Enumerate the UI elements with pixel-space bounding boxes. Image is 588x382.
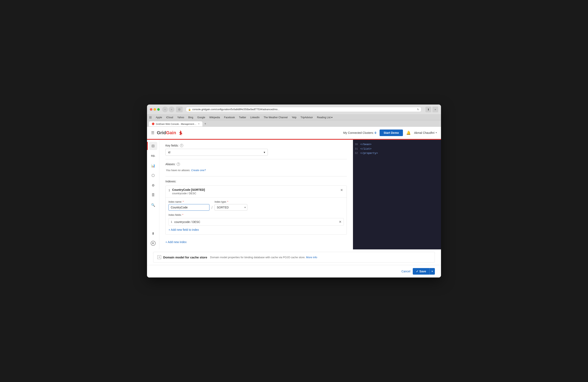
- sql-icon: SQL: [151, 155, 155, 157]
- aliases-section: Aliases: ? You have no aliases. Create o…: [166, 162, 347, 173]
- url-text: console.gridgain.com/configuration/5c6a8…: [192, 108, 416, 111]
- user-menu[interactable]: Akmal Chaudhri ▾: [414, 131, 437, 135]
- key-fields-help-icon[interactable]: ?: [180, 144, 183, 147]
- address-bar[interactable]: 🔒 console.gridgain.com/configuration/5c6…: [186, 107, 421, 112]
- bookmark-yelp[interactable]: Yelp: [292, 116, 296, 119]
- sidebar-item-settings[interactable]: ⚙: [149, 181, 157, 189]
- aliases-label: Aliases:: [166, 162, 175, 166]
- divider-1: [166, 159, 347, 159]
- download-icon: ⬇: [152, 232, 154, 235]
- index-info: CountryCode [SORTED] countrycode / DESC: [172, 188, 339, 195]
- back-button[interactable]: ‹: [162, 107, 168, 112]
- monitor-icon: 📊: [151, 164, 155, 168]
- notification-button[interactable]: 🔔: [406, 131, 411, 135]
- save-button[interactable]: ✓ Save: [413, 268, 429, 275]
- refresh-button[interactable]: ↻: [417, 108, 419, 111]
- user-name: Akmal Chaudhri: [414, 131, 434, 135]
- forward-button[interactable]: ›: [169, 107, 174, 112]
- aliases-help-icon[interactable]: ?: [177, 162, 180, 166]
- cancel-button[interactable]: Cancel: [401, 270, 411, 273]
- license-icon: R: [151, 241, 156, 246]
- create-alias-link[interactable]: Create one?: [191, 169, 206, 172]
- chevron-down-icon: ▾: [436, 131, 437, 134]
- browser-tab[interactable]: 🔴 GridGain Web Console - Management tool…: [149, 121, 203, 126]
- close-button[interactable]: [150, 108, 152, 111]
- key-fields-select[interactable]: id ▾: [166, 149, 268, 156]
- reader-view-button[interactable]: ⊡: [176, 107, 183, 112]
- domain-model-header: + Domain model for cache store Domain mo…: [157, 255, 431, 259]
- app-header: ☰ GridGain My Connected Clusters: 0 Star…: [147, 127, 441, 139]
- indexes-section: Indexes: 1 CountryCode [SORTED] countryc…: [166, 180, 347, 245]
- field-remove-button[interactable]: ✕: [339, 220, 341, 224]
- sidebar-item-download[interactable]: ⬇: [149, 229, 157, 238]
- settings-icon: ⚙: [152, 183, 155, 187]
- traffic-lights: [150, 108, 160, 111]
- share-button[interactable]: ⬆: [425, 107, 431, 112]
- cluster-count: 0: [375, 131, 376, 135]
- logo: GridGain: [157, 130, 184, 136]
- bookmark-yahoo[interactable]: Yahoo: [177, 116, 184, 119]
- index-type-select[interactable]: SORTED FULLTEXT GEOSPATIAL: [214, 204, 247, 211]
- new-tab-button[interactable]: +: [203, 121, 208, 126]
- apps-icon[interactable]: ⊞: [147, 114, 154, 120]
- header-right: My Connected Clusters: 0 Start Demo 🔔 Ak…: [343, 130, 437, 136]
- bookmark-twitter[interactable]: Twitter: [239, 116, 246, 119]
- index-name-badge: CountryCode [SORTED]: [172, 188, 339, 191]
- bookmark-apple[interactable]: Apple: [156, 116, 162, 119]
- domain-description: Domain model properties for binding data…: [210, 256, 317, 259]
- field-item: 1 countrycode / DESC ✕: [168, 218, 344, 226]
- expand-icon[interactable]: +: [157, 255, 161, 259]
- hamburger-menu[interactable]: ☰: [151, 131, 154, 135]
- start-demo-button[interactable]: Start Demo: [379, 130, 403, 136]
- bookmark-facebook[interactable]: Facebook: [224, 116, 235, 119]
- code-panel: 30 </bean> 31 </list> 32 </property>: [353, 140, 441, 249]
- new-tab-button[interactable]: +: [432, 107, 438, 112]
- sidebar-item-config[interactable]: ⊟: [149, 142, 157, 150]
- key-fields-section: Key fields: ? id ▾: [166, 144, 347, 156]
- index-fields-label: Index fields: *: [168, 214, 344, 216]
- index-remove-button[interactable]: ✕: [339, 188, 344, 192]
- minimize-button[interactable]: [154, 108, 156, 111]
- bookmark-google[interactable]: Google: [197, 116, 205, 119]
- index-name-input[interactable]: [168, 204, 210, 211]
- code-line-31: 31 </list>: [353, 147, 441, 151]
- queries-icon: 🔍: [151, 203, 155, 207]
- divider-2: [166, 176, 347, 177]
- index-type-group: Index type: * SORTED FULLTEXT GEOSPATIAL: [214, 201, 247, 211]
- index-form: Index name: * / Index type:: [166, 198, 347, 234]
- bookmark-bing[interactable]: Bing: [188, 116, 193, 119]
- bookmarks-bar: Apple iCloud Yahoo Bing Google Wikipedia…: [154, 115, 441, 120]
- bookmark-icloud[interactable]: iCloud: [166, 116, 173, 119]
- sidebar-item-sql[interactable]: SQL: [149, 152, 157, 160]
- lock-icon: 🔒: [188, 108, 191, 111]
- index-fields-summary: countrycode / DESC: [172, 192, 339, 195]
- sidebar-item-monitor[interactable]: 📊: [149, 161, 157, 170]
- domain-title: Domain model for cache store: [163, 256, 207, 259]
- sidebar: ⊟ SQL 📊 ⬡ ⚙ 🗄 🔍: [147, 140, 159, 249]
- sidebar-item-cluster[interactable]: ⬡: [149, 171, 157, 180]
- tab-title: GridGain Web Console - Management tool a…: [156, 123, 197, 125]
- left-panel: Key fields: ? id ▾ Aliases: ?: [159, 140, 353, 249]
- index-name-group: Index name: *: [168, 201, 210, 211]
- add-field-link[interactable]: + Add new field to index: [168, 228, 199, 231]
- index-number: 1: [168, 189, 170, 192]
- bookmark-linkedin[interactable]: LinkedIn: [250, 116, 259, 119]
- sidebar-item-license[interactable]: R: [149, 239, 157, 247]
- bookmark-weather[interactable]: The Weather Channel: [264, 116, 288, 119]
- logo-text: GridGain: [157, 130, 176, 135]
- bookmark-reading-list[interactable]: Reading List ▾: [317, 116, 333, 119]
- more-info-link[interactable]: More info: [306, 256, 317, 259]
- bookmark-wikipedia[interactable]: Wikipedia: [209, 116, 220, 119]
- tab-bar: 🔴 GridGain Web Console - Management tool…: [147, 120, 441, 127]
- tab-close-button[interactable]: ✕: [198, 123, 200, 125]
- save-dropdown-button[interactable]: ▾: [429, 268, 435, 275]
- maximize-button[interactable]: [157, 108, 160, 111]
- add-index-link[interactable]: + Add new index: [166, 239, 187, 245]
- save-button-group: ✓ Save ▾: [413, 268, 435, 275]
- config-icon: ⊟: [151, 144, 155, 148]
- bookmark-tripadvisor[interactable]: TripAdvisor: [301, 116, 313, 119]
- sidebar-item-queries[interactable]: 🔍: [149, 201, 157, 209]
- sidebar-item-database[interactable]: 🗄: [149, 191, 157, 199]
- indexes-label: Indexes:: [166, 180, 347, 183]
- field-item-number: 1: [171, 220, 172, 223]
